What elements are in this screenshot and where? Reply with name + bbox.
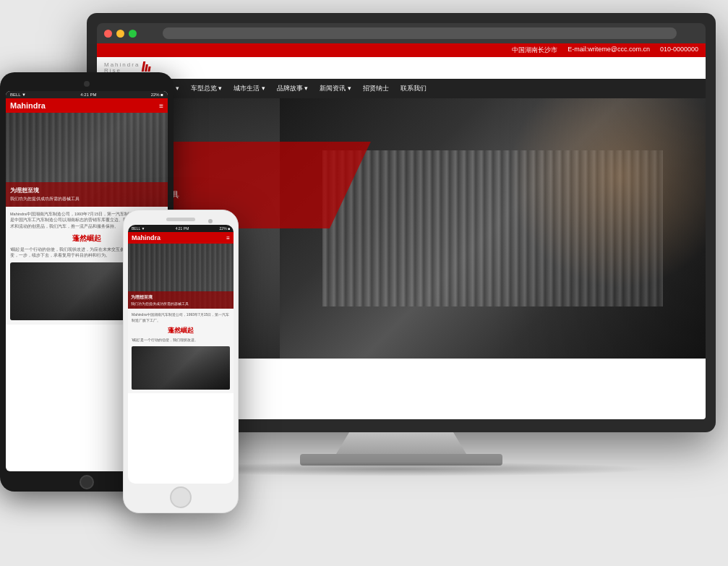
hero-tool-image <box>280 98 706 359</box>
tablet-hero: 为理想至境 我们功为您提供成功所需的器械工具 <box>6 113 168 207</box>
phone-hero: 为理想至境 我们功为您提供成功所需的器械工具 <box>128 244 234 309</box>
tablet-battery: 22% ■ <box>151 93 163 97</box>
phone-logo-bar: Mahindra ≡ <box>128 232 234 244</box>
tablet-menu-icon[interactable]: ≡ <box>159 102 163 110</box>
tablet-logo: Mahindra <box>10 101 46 110</box>
tablet-carrier: BELL ▼ <box>10 93 26 97</box>
phone-home-button[interactable] <box>170 486 192 508</box>
tablet-home-button[interactable] <box>80 475 94 489</box>
phone-carrier: BELL ▼ <box>132 226 145 231</box>
phone-hero-title: 为理想至境 <box>131 294 231 301</box>
tablet-logo-bar: Mahindra ≡ <box>6 98 168 113</box>
tablet-hero-overlay: 为理想至境 我们功为您提供成功所需的器械工具 <box>6 182 168 207</box>
nav-item-models[interactable]: 车型总览 ▾ <box>185 79 228 98</box>
traffic-light-maximize[interactable] <box>129 30 137 38</box>
nav-item-careers[interactable]: 招贤纳士 <box>357 79 395 98</box>
phone-camera <box>208 219 213 223</box>
phone-device: BELL ▼ 4:21 PM 22% ■ Mahindra ≡ 为理想至境 我们… <box>123 210 239 513</box>
phone-body: Mahindra中国湖南汽车制造公司，1993年7月15日，第一汽车制造厂旗下工… <box>128 309 234 393</box>
tablet-time: 4:21 PM <box>80 93 96 97</box>
tablet-hero-subtitle: 我们功为您提供成功所需的器械工具 <box>10 196 163 202</box>
nav-item-contact[interactable]: 联系我们 <box>395 79 432 98</box>
monitor-top-bar <box>97 23 706 43</box>
phone-status-bar: BELL ▼ 4:21 PM 22% ■ <box>128 225 234 232</box>
phone-time: 4:21 PM <box>176 226 189 231</box>
tablet-hero-title: 为理想至境 <box>10 186 163 194</box>
phone-hero-overlay: 为理想至境 我们功为您提供成功所需的器械工具 <box>128 291 234 309</box>
phone-section-text: '崛起'是一个行动的信使，我们现状改进。 <box>132 338 230 343</box>
nav-item-news[interactable]: 新闻资讯 ▾ <box>314 79 357 98</box>
phone-screen: BELL ▼ 4:21 PM 22% ■ Mahindra ≡ 为理想至境 我们… <box>128 225 234 484</box>
monitor-stand <box>336 432 466 454</box>
site-logo-bar: Mahindra Rise <box>97 57 706 79</box>
phone-section-title: 蓬然崛起 <box>132 326 230 335</box>
site-phone: 010-0000000 <box>660 46 698 55</box>
site-nav: 网站首页 匠人匠心 ▾ 车型总览 ▾ 城市生活 ▾ 品牌故事 ▾ 新闻资讯 ▾ … <box>97 79 706 98</box>
site-email: E-mail:writeme@ccc.com.cn <box>568 46 650 55</box>
traffic-light-close[interactable] <box>104 30 112 38</box>
phone-speaker <box>166 218 195 221</box>
phone-menu-icon[interactable]: ≡ <box>226 235 230 241</box>
address-bar[interactable] <box>163 27 677 39</box>
tablet-camera <box>84 81 90 87</box>
site-header-top: 中国湖南长沙市 E-mail:writeme@ccc.com.cn 010-00… <box>97 43 706 57</box>
phone-frame: BELL ▼ 4:21 PM 22% ■ Mahindra ≡ 为理想至境 我们… <box>123 210 239 513</box>
nav-item-city[interactable]: 城市生活 ▾ <box>228 79 271 98</box>
phone-battery: 22% ■ <box>220 226 230 231</box>
phone-logo: Mahindra <box>132 234 160 241</box>
phone-hero-subtitle: 我们功为您提供成功所需的器械工具 <box>131 301 231 306</box>
phone-bottom-image <box>132 346 230 390</box>
nav-item-brand[interactable]: 品牌故事 ▾ <box>271 79 314 98</box>
traffic-light-minimize[interactable] <box>116 30 124 38</box>
tablet-status-bar: BELL ▼ 4:21 PM 22% ■ <box>6 91 168 98</box>
phone-body-text: Mahindra中国湖南汽车制造公司，1993年7月15日，第一汽车制造厂旗下工… <box>132 312 230 323</box>
site-location: 中国湖南长沙市 <box>512 46 557 55</box>
